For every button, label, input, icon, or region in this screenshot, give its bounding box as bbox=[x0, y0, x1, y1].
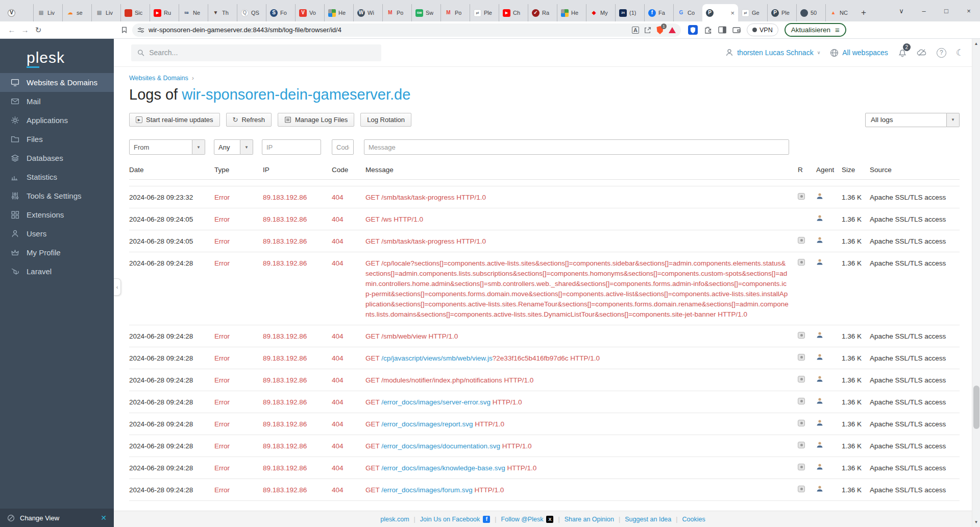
browser-tab[interactable]: ▤Liv bbox=[91, 4, 120, 21]
help-icon[interactable]: ? bbox=[937, 48, 946, 58]
user-agent-icon[interactable] bbox=[816, 214, 836, 222]
sidebar-collapse-handle[interactable]: ‹ bbox=[114, 278, 121, 296]
tab-search-icon[interactable]: ∨ bbox=[890, 0, 913, 21]
manage-log-files-button[interactable]: Manage Log Files bbox=[278, 113, 354, 127]
menu-hamburger-icon[interactable]: ≡ bbox=[835, 26, 840, 34]
sidebar-item-websites-domains[interactable]: Websites & Domains bbox=[0, 73, 114, 92]
footer-link[interactable]: Join Us on Facebookf bbox=[420, 516, 490, 523]
browser-tab[interactable]: V bbox=[4, 4, 33, 21]
sidebar-item-extensions[interactable]: Extensions bbox=[0, 205, 114, 224]
log-type-select[interactable]: All logs ▼ bbox=[865, 113, 960, 127]
browser-tab[interactable]: He bbox=[557, 4, 586, 21]
browser-tab[interactable]: VVo bbox=[295, 4, 324, 21]
referrer-icon[interactable] bbox=[798, 442, 805, 448]
footer-link[interactable]: Suggest an Idea bbox=[625, 516, 671, 523]
user-agent-icon[interactable] bbox=[816, 193, 836, 200]
rewards-triangle-icon[interactable] bbox=[669, 27, 676, 33]
search-input[interactable] bbox=[149, 49, 375, 57]
user-agent-icon[interactable] bbox=[816, 375, 836, 382]
change-view-close-icon[interactable]: ✕ bbox=[101, 514, 107, 522]
update-button[interactable]: Aktualisieren≡ bbox=[785, 23, 846, 37]
refresh-button[interactable]: ↻ Refresh bbox=[226, 113, 272, 127]
browser-tab[interactable]: MPo bbox=[382, 4, 411, 21]
browser-tab[interactable]: ✓Ra bbox=[528, 4, 557, 21]
sidebar-item-my-profile[interactable]: My Profile bbox=[0, 243, 114, 262]
reload-button[interactable]: ↻ bbox=[32, 26, 45, 35]
notifications-bell[interactable]: 2 bbox=[898, 48, 907, 57]
minimize-button[interactable]: – bbox=[913, 0, 935, 21]
translate-icon[interactable]: A bbox=[632, 27, 639, 34]
vpn-button[interactable]: VPN bbox=[747, 23, 778, 36]
sidebar-item-statistics[interactable]: Statistics bbox=[0, 167, 114, 186]
extensions-puzzle-icon[interactable] bbox=[704, 26, 712, 34]
scroll-up-arrow[interactable]: ▲ bbox=[972, 41, 980, 46]
browser-tab[interactable]: GCo bbox=[673, 4, 702, 21]
user-agent-icon[interactable] bbox=[816, 397, 836, 404]
browser-tab[interactable]: ▲NC bbox=[825, 4, 854, 21]
referrer-icon[interactable] bbox=[798, 420, 805, 426]
user-agent-icon[interactable] bbox=[816, 236, 836, 244]
plesk-logo[interactable]: plesk bbox=[0, 39, 114, 73]
close-button[interactable]: × bbox=[958, 0, 980, 21]
referrer-icon[interactable] bbox=[798, 486, 805, 492]
filter-message-input[interactable] bbox=[364, 139, 789, 155]
date-filter-caret[interactable]: ▼ bbox=[192, 139, 205, 155]
browser-tab[interactable]: ▤Liv bbox=[33, 4, 62, 21]
referrer-icon[interactable] bbox=[798, 464, 805, 470]
referrer-icon[interactable] bbox=[798, 237, 805, 244]
user-menu[interactable]: thorsten Lucas Schnack ∨ bbox=[725, 49, 820, 57]
sidebar-item-tools-settings[interactable]: Tools & Settings bbox=[0, 186, 114, 205]
referrer-icon[interactable] bbox=[798, 398, 805, 404]
scroll-thumb[interactable] bbox=[973, 386, 979, 429]
log-path-link[interactable]: /error_docs/images/report.svg bbox=[381, 420, 473, 428]
sidebar-item-applications[interactable]: Applications bbox=[0, 111, 114, 130]
referrer-icon[interactable] bbox=[798, 193, 805, 200]
scroll-down-arrow[interactable]: ▼ bbox=[972, 520, 980, 524]
address-bar[interactable]: wir-sponsoren-dein-gameserver.de:8443/sm… bbox=[132, 23, 681, 37]
restore-button[interactable]: □ bbox=[935, 0, 958, 21]
browser-tab[interactable]: ▸Ch bbox=[499, 4, 528, 21]
browser-tab[interactable]: ◆My bbox=[586, 4, 615, 21]
browser-tab[interactable]: SWSw bbox=[411, 4, 440, 21]
domain-link[interactable]: wir-sponsoren-dein-gameserver.de bbox=[182, 86, 410, 103]
browser-tab[interactable]: PPle bbox=[767, 4, 796, 21]
browser-tab[interactable]: WWi bbox=[353, 4, 382, 21]
dark-mode-icon[interactable]: ☾ bbox=[956, 47, 964, 58]
forward-button[interactable]: → bbox=[18, 26, 32, 34]
user-agent-icon[interactable] bbox=[816, 331, 836, 339]
x-twitter-icon[interactable]: X bbox=[546, 516, 553, 523]
sidebar-item-files[interactable]: Files bbox=[0, 130, 114, 149]
browser-tab[interactable]: MPo bbox=[440, 4, 470, 21]
referrer-icon[interactable] bbox=[798, 376, 805, 382]
user-agent-icon[interactable] bbox=[816, 258, 836, 266]
bitwarden-icon[interactable] bbox=[688, 25, 698, 35]
sidebar-item-laravel[interactable]: Laravel bbox=[0, 262, 114, 281]
footer-link[interactable]: Share an Opinion bbox=[565, 516, 614, 523]
browser-tab[interactable]: Sic bbox=[120, 4, 150, 21]
browser-tab[interactable]: He bbox=[324, 4, 353, 21]
sidebar-item-mail[interactable]: Mail bbox=[0, 92, 114, 111]
page-scrollbar[interactable]: ▲ ▼ bbox=[972, 39, 980, 527]
log-rotation-button[interactable]: Log Rotation bbox=[360, 113, 411, 127]
select-caret-icon[interactable]: ▼ bbox=[947, 113, 960, 127]
user-agent-icon[interactable] bbox=[816, 419, 836, 426]
change-view-bar[interactable]: Change View ✕ bbox=[0, 509, 114, 527]
browser-tab[interactable]: plPle bbox=[470, 4, 499, 21]
footer-link[interactable]: Cookies bbox=[682, 516, 705, 523]
sidebar-item-databases[interactable]: Databases bbox=[0, 149, 114, 167]
filter-type-select[interactable] bbox=[214, 139, 240, 155]
browser-tab[interactable]: fFa bbox=[644, 4, 673, 21]
url-text[interactable]: wir-sponsoren-dein-gameserver.de:8443/sm… bbox=[149, 26, 628, 34]
tab-close-icon[interactable]: × bbox=[730, 9, 734, 17]
bookmark-icon[interactable] bbox=[120, 26, 128, 34]
back-button[interactable]: ← bbox=[5, 26, 18, 34]
user-agent-icon[interactable] bbox=[816, 353, 836, 361]
tab-active-plesk[interactable]: P× bbox=[702, 4, 738, 21]
wallet-icon[interactable] bbox=[732, 27, 741, 34]
browser-tab[interactable]: ▸Ru bbox=[150, 4, 179, 21]
log-path-link[interactable]: /error_docs/images/forum.svg bbox=[381, 486, 473, 494]
filter-code-input[interactable] bbox=[332, 139, 354, 155]
log-path-link[interactable]: /error_docs/images/knowledge-base.svg bbox=[381, 464, 505, 472]
filter-date-from[interactable] bbox=[129, 139, 192, 155]
breadcrumb[interactable]: Websites & Domains› bbox=[129, 75, 972, 82]
